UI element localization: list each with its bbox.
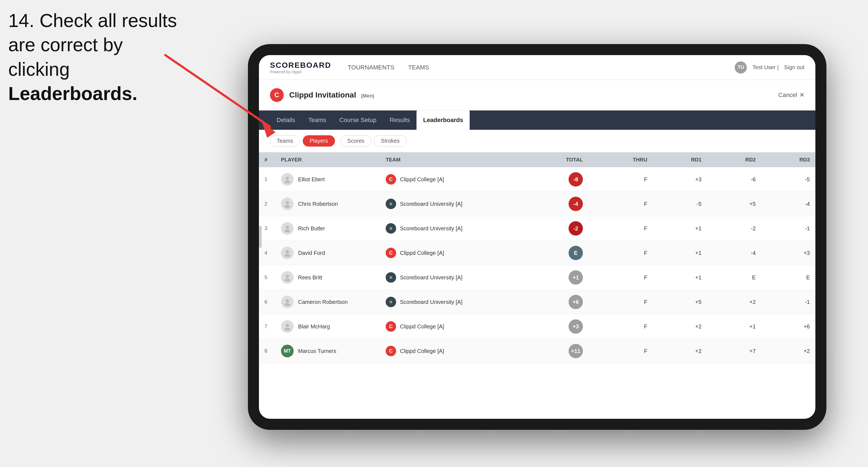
cell-team: ≡ Scoreboard University [A] bbox=[380, 216, 518, 241]
team-logo: ≡ bbox=[386, 297, 396, 307]
cell-rank: 6 bbox=[259, 290, 276, 314]
tab-bar: Details Teams Course Setup Results Leade… bbox=[259, 111, 815, 130]
col-rank: # bbox=[259, 152, 276, 167]
cell-team: ≡ Scoreboard University [A] bbox=[380, 265, 518, 290]
team-name: Clippd College [A] bbox=[400, 323, 444, 330]
player-name: David Ford bbox=[298, 250, 325, 256]
tab-course-setup[interactable]: Course Setup bbox=[333, 111, 383, 130]
col-thru: THRU bbox=[588, 152, 653, 167]
team-name: Scoreboard University [A] bbox=[400, 274, 463, 281]
team-logo: ≡ bbox=[386, 272, 396, 283]
col-rd1: RD1 bbox=[653, 152, 707, 167]
cell-rd1: +2 bbox=[653, 314, 707, 339]
team-name: Scoreboard University [A] bbox=[400, 201, 463, 207]
team-logo: C bbox=[386, 174, 396, 185]
cell-rd3: +6 bbox=[761, 314, 815, 339]
cell-rank: 2 bbox=[259, 192, 276, 216]
player-avatar bbox=[281, 173, 293, 186]
svg-point-9 bbox=[284, 254, 290, 257]
nav-right: TU Test User | Sign out bbox=[735, 61, 804, 73]
score-badge: -2 bbox=[568, 221, 583, 236]
team-logo: C bbox=[386, 346, 396, 356]
cancel-button[interactable]: Cancel ✕ bbox=[778, 91, 804, 99]
cell-rd3: -1 bbox=[761, 290, 815, 314]
cell-rd3: +2 bbox=[761, 339, 815, 364]
player-name: Blair McHarg bbox=[298, 323, 330, 330]
filter-teams[interactable]: Teams bbox=[270, 135, 300, 147]
svg-point-4 bbox=[286, 201, 289, 205]
cell-rd1: +5 bbox=[653, 290, 707, 314]
score-badge: -8 bbox=[568, 172, 583, 187]
tab-leaderboards[interactable]: Leaderboards bbox=[416, 111, 470, 130]
svg-point-7 bbox=[284, 229, 290, 232]
table-row: 8 MT Marcus Turners C Clippd College [A]… bbox=[259, 339, 815, 364]
table-row: 4 David Ford C Clippd College [A] E F +1… bbox=[259, 241, 815, 265]
svg-point-15 bbox=[284, 328, 290, 330]
logo-text: SCOREBOARD bbox=[270, 61, 331, 70]
tab-results[interactable]: Results bbox=[383, 111, 416, 130]
tournament-header: C Clippd Invitational (Men) Cancel ✕ bbox=[259, 80, 815, 111]
cell-team: ≡ Scoreboard University [A] bbox=[380, 290, 518, 314]
instruction-line1: 14. Check all results bbox=[8, 10, 177, 31]
logo-sub: Powered by clippd bbox=[270, 70, 331, 74]
col-team: TEAM bbox=[380, 152, 518, 167]
cell-thru: F bbox=[588, 339, 653, 364]
cell-player: Elliot Ebert bbox=[276, 167, 380, 192]
nav-teams[interactable]: TEAMS bbox=[408, 61, 429, 74]
navbar: SCOREBOARD Powered by clippd TOURNAMENTS… bbox=[259, 55, 815, 80]
nav-links: TOURNAMENTS TEAMS bbox=[348, 61, 735, 74]
team-logo: C bbox=[386, 248, 396, 258]
cell-player: Chris Robertson bbox=[276, 192, 380, 216]
cell-rank: 7 bbox=[259, 314, 276, 339]
cell-rd3: -4 bbox=[761, 192, 815, 216]
team-name: Clippd College [A] bbox=[400, 250, 444, 256]
cell-rd2: +7 bbox=[707, 339, 762, 364]
col-rd3: RD3 bbox=[761, 152, 815, 167]
nav-tournaments[interactable]: TOURNAMENTS bbox=[348, 61, 395, 74]
table-header: # PLAYER TEAM TOTAL THRU RD1 RD2 RD3 bbox=[259, 152, 815, 167]
cell-rd2: -6 bbox=[707, 167, 762, 192]
svg-point-11 bbox=[284, 279, 290, 281]
cell-thru: F bbox=[588, 167, 653, 192]
cell-rd1: +1 bbox=[653, 241, 707, 265]
score-badge: -4 bbox=[568, 197, 583, 211]
cell-rd1: +3 bbox=[653, 167, 707, 192]
svg-point-2 bbox=[286, 177, 289, 180]
player-name: Elliot Ebert bbox=[298, 176, 325, 183]
table-row: 6 Cameron Robertson ≡ Scoreboard Univers… bbox=[259, 290, 815, 314]
tab-teams[interactable]: Teams bbox=[302, 111, 333, 130]
cell-rd2: +5 bbox=[707, 192, 762, 216]
cell-team: C Clippd College [A] bbox=[380, 339, 518, 364]
team-name: Scoreboard University [A] bbox=[400, 299, 463, 305]
player-name: Rees Britt bbox=[298, 274, 322, 281]
cell-rank: 8 bbox=[259, 339, 276, 364]
user-avatar: TU bbox=[735, 61, 747, 73]
svg-point-13 bbox=[284, 303, 290, 306]
col-player: PLAYER bbox=[276, 152, 380, 167]
svg-point-6 bbox=[286, 226, 289, 229]
cell-thru: F bbox=[588, 290, 653, 314]
cell-rd1: -5 bbox=[653, 192, 707, 216]
player-avatar: MT bbox=[281, 345, 293, 357]
cell-total: +3 bbox=[518, 314, 588, 339]
cell-rd1: +1 bbox=[653, 216, 707, 241]
tab-details[interactable]: Details bbox=[270, 111, 302, 130]
svg-point-12 bbox=[286, 299, 289, 303]
cell-team: ≡ Scoreboard University [A] bbox=[380, 192, 518, 216]
cell-team: C Clippd College [A] bbox=[380, 314, 518, 339]
tournament-name: Clippd Invitational bbox=[289, 91, 356, 99]
sign-out-link[interactable]: Sign out bbox=[784, 64, 804, 70]
filter-strokes[interactable]: Strokes bbox=[374, 135, 407, 147]
filter-scores[interactable]: Scores bbox=[340, 135, 371, 147]
player-name: Chris Robertson bbox=[298, 201, 338, 207]
filter-players[interactable]: Players bbox=[303, 135, 335, 147]
cell-rd2: E bbox=[707, 265, 762, 290]
leaderboard-table: # PLAYER TEAM TOTAL THRU RD1 RD2 RD3 1 E… bbox=[259, 152, 815, 364]
leaderboard-table-container: # PLAYER TEAM TOTAL THRU RD1 RD2 RD3 1 E… bbox=[259, 152, 815, 419]
svg-point-5 bbox=[284, 205, 290, 208]
team-name: Scoreboard University [A] bbox=[400, 225, 463, 232]
cell-rd2: -2 bbox=[707, 216, 762, 241]
cell-rd1: +1 bbox=[653, 265, 707, 290]
col-total: TOTAL bbox=[518, 152, 588, 167]
cell-player: Rees Britt bbox=[276, 265, 380, 290]
